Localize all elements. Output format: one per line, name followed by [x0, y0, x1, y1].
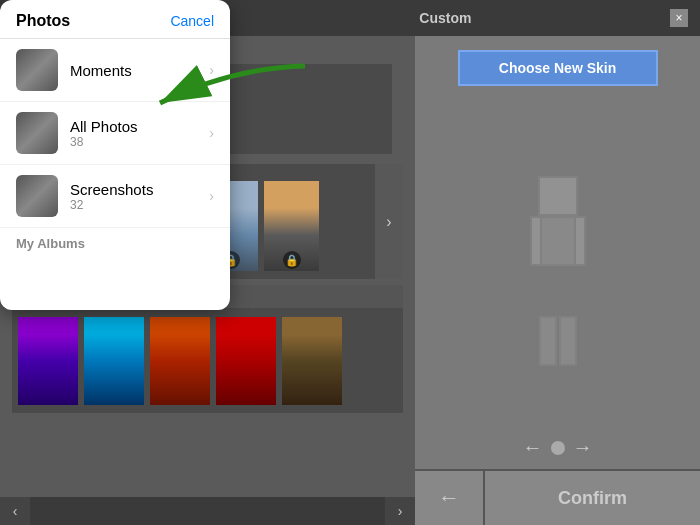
skin-right-leg [559, 316, 577, 366]
photos-header: Photos Cancel [0, 0, 230, 39]
screenshots-chevron: › [209, 188, 214, 204]
screenshots-info: Screenshots 32 [70, 181, 209, 212]
back-icon: ← [438, 485, 460, 511]
all-photos-count: 38 [70, 135, 209, 149]
all-photos-info: All Photos 38 [70, 118, 209, 149]
right-panel: Choose New Skin ← → ← Confirm [415, 36, 700, 525]
screenshots-name: Screenshots [70, 181, 209, 198]
nav-left-button[interactable]: ‹ [0, 497, 30, 525]
moments-name: Moments [70, 62, 209, 79]
skin-right-arm [574, 216, 586, 266]
all-photos-chevron: › [209, 125, 214, 141]
skin-head [538, 176, 578, 216]
confirm-button[interactable]: Confirm [485, 471, 700, 525]
character-5[interactable]: 🔒 [264, 181, 319, 271]
rotate-controls: ← → [523, 426, 593, 469]
nav-right-button[interactable]: › [385, 497, 415, 525]
my-albums-header: My Albums [0, 228, 230, 255]
villains-grid[interactable] [12, 308, 403, 413]
photos-title: Photos [16, 12, 70, 30]
navigation-arrows: ‹ › [0, 497, 415, 525]
all-photos-name: All Photos [70, 118, 209, 135]
scroll-right-button[interactable]: › [375, 164, 403, 279]
screenshots-item[interactable]: Screenshots 32 › [0, 165, 230, 228]
photos-list: Moments › All Photos 38 › Screenshots 32… [0, 39, 230, 228]
villain-2[interactable] [84, 317, 144, 405]
moments-thumb [16, 49, 58, 91]
screenshots-thumb [16, 175, 58, 217]
moments-chevron: › [209, 62, 214, 78]
back-button[interactable]: ← [415, 471, 485, 525]
title-center: Custom [229, 10, 662, 26]
lock-5: 🔒 [283, 251, 301, 269]
all-photos-thumb [16, 112, 58, 154]
all-photos-item[interactable]: All Photos 38 › [0, 102, 230, 165]
photos-cancel-button[interactable]: Cancel [170, 13, 214, 29]
skin-left-leg [539, 316, 557, 366]
choose-new-skin-button[interactable]: Choose New Skin [458, 50, 658, 86]
skin-torso [538, 216, 578, 266]
villain-4[interactable] [216, 317, 276, 405]
skin-preview-area [415, 86, 700, 426]
villain-5[interactable] [282, 317, 342, 405]
close-button[interactable]: × [670, 9, 688, 27]
screenshots-count: 32 [70, 198, 209, 212]
villains-list [12, 311, 348, 411]
rotate-dot [551, 441, 565, 455]
villain-1[interactable] [18, 317, 78, 405]
skin-left-arm [530, 216, 542, 266]
skin-silhouette [518, 176, 598, 336]
moments-item[interactable]: Moments › [0, 39, 230, 102]
moments-info: Moments [70, 62, 209, 79]
bottom-buttons: ← Confirm [415, 469, 700, 525]
photos-panel: Photos Cancel Moments › All Photos 38 › [0, 0, 230, 310]
rotate-left-button[interactable]: ← [523, 436, 543, 459]
villain-3[interactable] [150, 317, 210, 405]
rotate-right-button[interactable]: → [573, 436, 593, 459]
